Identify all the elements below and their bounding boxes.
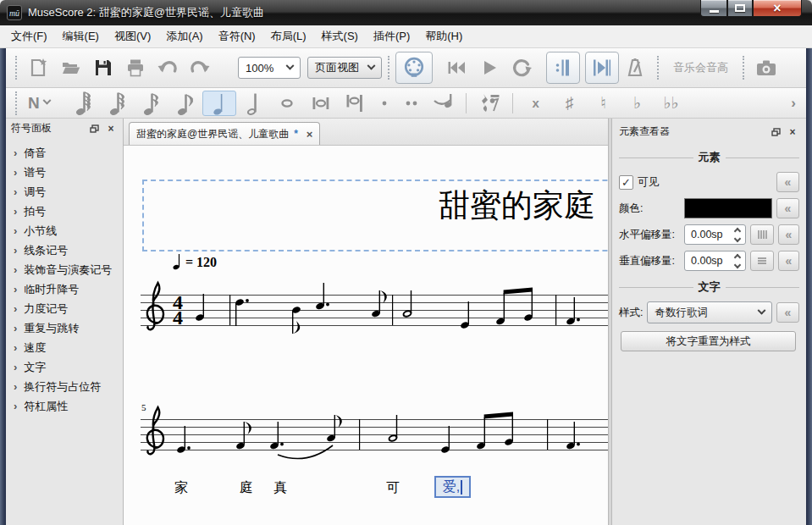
reset-style-button[interactable]: « [776,302,799,323]
note-half-button[interactable] [236,91,270,116]
toolbar-handle[interactable] [15,56,17,80]
palette-item-time-signatures[interactable]: ›拍号 [6,202,123,221]
v-offset-spinbox[interactable]: 0.00sp [684,251,746,271]
rest-button[interactable] [472,91,506,116]
palette-item-grace-notes[interactable]: ›倚音 [6,143,123,163]
toolbar-handle[interactable] [743,56,744,80]
menu-add[interactable]: 添加(A) [158,25,210,47]
palette-item-text[interactable]: ›文字 [6,357,123,377]
note-longa-button[interactable] [338,91,372,116]
menu-file[interactable]: 文件(F) [3,25,55,47]
note-breve-button[interactable] [304,91,338,116]
toolbar-handle[interactable] [657,56,659,80]
palette-item-breaks-spacers[interactable]: ›换行符与占位符 [6,377,123,396]
score-title[interactable]: 甜蜜的家庭 [439,185,595,227]
score-tab[interactable]: 甜蜜的家庭@世界民谣、儿童歌曲 * × [129,122,320,145]
double-sharp-button[interactable]: x [519,91,553,116]
note-input-mode-button[interactable]: N [23,94,55,113]
text-style-dropdown[interactable]: 奇数行歌词 [647,301,772,323]
tempo-marking[interactable]: = 120 [173,252,217,270]
palette-item-clefs[interactable]: ›谱号 [6,163,123,182]
minimize-button[interactable] [700,0,727,17]
menu-help[interactable]: 帮助(H) [417,25,470,47]
toolbar-handle[interactable] [388,56,389,80]
tie-button[interactable] [426,91,460,116]
note-64th-button[interactable] [67,91,101,116]
palette-item-barlines[interactable]: ›小节线 [6,221,123,240]
open-file-button[interactable] [55,52,87,84]
reset-text-to-style-button[interactable]: 将文字重置为样式 [621,331,796,351]
flat-button[interactable]: ♭ [621,91,655,116]
metronome-button[interactable] [619,52,651,84]
note-8th-button[interactable] [168,91,202,116]
close-panel-icon[interactable]: × [786,126,799,138]
menu-plugins[interactable]: 插件(P) [366,25,417,47]
menu-layout[interactable]: 布局(L) [263,25,314,47]
palette-item-articulations[interactable]: ›装饰音与演奏记号 [6,260,123,279]
note-quarter-button[interactable] [202,91,236,116]
spin-up-icon[interactable] [734,227,741,234]
palette-item-tempo[interactable]: ›速度 [6,338,123,357]
toolbar-overflow-button[interactable]: › [784,95,803,112]
redo-button[interactable] [184,52,216,84]
spin-down-icon[interactable] [734,261,741,268]
reset-visible-button[interactable]: « [776,172,799,192]
lyric-syllable[interactable]: 庭 [240,479,253,497]
note-16th-button[interactable] [135,91,168,116]
zoom-combobox[interactable]: 100% [238,57,301,79]
lyric-syllable[interactable]: 家 [174,479,188,497]
float-panel-icon[interactable] [769,126,782,138]
float-panel-icon[interactable] [87,123,101,135]
reset-h-offset-button[interactable]: « [778,224,799,245]
title-bar[interactable]: mŭ MuseScore 2: 甜蜜的家庭@世界民谣、儿童歌曲 × [0,0,812,25]
view-mode-dropdown[interactable]: 页面视图 [307,57,382,79]
image-capture-button[interactable] [750,52,782,84]
palette-item-accidentals[interactable]: ›临时升降号 [6,279,123,299]
staff-system-1[interactable]: 4 4 [141,279,608,351]
midi-input-toggle[interactable] [395,52,433,84]
print-button[interactable] [119,52,152,84]
palette-item-lines[interactable]: ›线条记号 [6,240,123,260]
reset-v-offset-button[interactable]: « [778,251,799,271]
menu-edit[interactable]: 编辑(E) [55,25,107,47]
close-panel-icon[interactable]: × [104,123,118,135]
toolbar-handle[interactable] [15,91,17,115]
loop-playback-button[interactable] [505,52,538,84]
lyric-syllable[interactable]: 可 [386,479,400,497]
maximize-button[interactable] [727,0,753,17]
menu-notes[interactable]: 音符(N) [211,25,263,47]
play-button[interactable] [473,52,505,84]
note-whole-button[interactable] [270,91,304,116]
sharp-button[interactable]: ♯ [553,91,587,116]
staff-system-2[interactable]: 5 [141,404,608,476]
h-offset-spinbox[interactable]: 0.00sp [684,224,746,245]
double-flat-button[interactable]: ♭♭ [655,91,688,116]
palette-item-dynamics[interactable]: ›力度记号 [6,299,123,318]
rewind-button[interactable] [441,52,473,84]
pan-playback-toggle[interactable] [585,52,619,84]
save-button[interactable] [87,52,119,84]
lyric-edit-box[interactable]: 爱, [434,476,471,498]
visible-checkbox[interactable]: ✓ [619,175,633,190]
v-align-dropdown-button[interactable] [750,251,774,271]
reset-color-button[interactable]: « [776,198,799,218]
color-swatch[interactable] [684,198,772,218]
concert-pitch-button[interactable]: 音乐会音高 [665,60,737,75]
spin-up-icon[interactable] [734,253,741,260]
h-align-dropdown-button[interactable] [750,224,774,245]
palette-item-repeats[interactable]: ›重复与跳转 [6,318,123,338]
menu-style[interactable]: 样式(S) [314,25,366,47]
natural-button[interactable]: ♮ [587,91,621,116]
spin-down-icon[interactable] [734,235,741,241]
undo-button[interactable] [152,52,184,84]
play-repeats-toggle[interactable] [546,52,580,84]
close-button[interactable]: × [753,0,802,17]
double-dot-button[interactable] [397,91,426,116]
menu-view[interactable]: 视图(V) [107,25,158,47]
tab-close-icon[interactable]: × [303,128,313,141]
new-score-button[interactable] [23,52,55,84]
palette-item-beam-properties[interactable]: ›符杠属性 [6,396,123,416]
lyric-syllable[interactable]: 真 [273,479,287,497]
note-32nd-button[interactable] [101,91,135,116]
augmentation-dot-button[interactable] [372,91,397,116]
